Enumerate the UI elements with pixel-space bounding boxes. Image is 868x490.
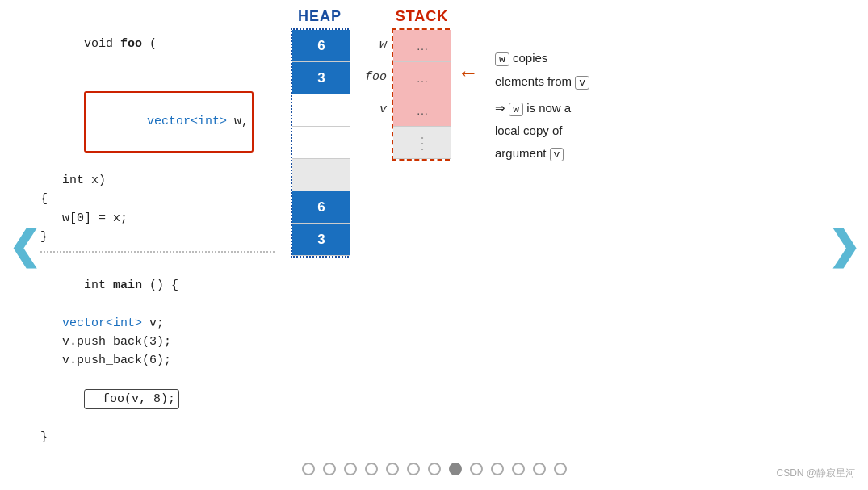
dot-12[interactable]: [533, 463, 546, 475]
param-w: w,: [227, 115, 249, 128]
dot-5[interactable]: [386, 463, 399, 475]
stack-cells: … … … ⋮: [392, 28, 450, 161]
code-line-12: }: [40, 428, 275, 446]
dot-9[interactable]: [470, 463, 483, 475]
code-line-6: }: [40, 228, 275, 246]
code-line-1: void foo (: [40, 16, 275, 73]
argument-text: argument: [495, 146, 550, 160]
next-button[interactable]: ❯: [828, 223, 860, 268]
code-line-3: int x): [40, 171, 275, 190]
heap-label: HEAP: [298, 8, 342, 25]
explanation-line-4: local copy of: [495, 121, 589, 140]
stack-cell-foo: …: [393, 62, 451, 94]
code-line-4: {: [40, 190, 275, 208]
main-sig: () {: [142, 279, 178, 292]
vector-type: vector<int>: [147, 115, 227, 128]
dot-11[interactable]: [512, 463, 525, 475]
arrow-symbol: ⇒: [495, 101, 509, 115]
heap-cell-0: 6: [292, 30, 350, 62]
heap-cell-4: [292, 159, 350, 191]
slide-dots: [302, 463, 567, 475]
copies-text: copies: [513, 51, 547, 65]
dot-2[interactable]: [323, 463, 336, 475]
dot-4[interactable]: [365, 463, 378, 475]
explanation-line-3: ⇒ w is now a: [495, 98, 589, 119]
w-code-1: w: [495, 52, 509, 66]
int-keyword: int: [84, 279, 113, 292]
watermark: CSDN @静寂星河: [776, 467, 855, 480]
dot-3[interactable]: [344, 463, 357, 475]
v-code-2: v: [550, 148, 564, 161]
dot-13[interactable]: [554, 463, 567, 475]
dot-8[interactable]: [449, 463, 462, 475]
local-copy-text: local copy of: [495, 124, 562, 137]
w-code-2: w: [509, 103, 523, 116]
stack-row-labels: w foo v: [365, 28, 387, 157]
code-line-8: vector<int> v;: [40, 314, 275, 333]
code-line-7: int main () {: [40, 258, 275, 314]
foo-call-highlight: foo(v, 8);: [84, 389, 179, 409]
code-divider: [40, 251, 275, 253]
stack-cell-v: …: [393, 94, 451, 127]
stack-cell-w: …: [393, 30, 451, 62]
is-now-text: is now a: [526, 101, 571, 115]
vector-param-highlight: vector<int> w,: [84, 91, 254, 153]
heap-cell-5: 6: [292, 191, 350, 224]
stack-with-arrow: STACK w foo v … … … ⋮ ←: [365, 8, 479, 161]
dot-7[interactable]: [428, 463, 441, 475]
explanation-line-2: elements from v: [495, 72, 589, 92]
main-content: void foo ( vector<int> w, int x) { w[0] …: [40, 8, 828, 442]
heap-cell-1: 3: [292, 62, 350, 94]
v-code-1: v: [575, 76, 589, 90]
stack-label-foo: foo: [365, 61, 387, 93]
code-line-10: v.push_back(6);: [40, 351, 275, 370]
dot-1[interactable]: [302, 463, 315, 475]
heap-cell-6: 3: [292, 224, 350, 256]
heap-cells: 6 3 6 3: [291, 28, 349, 258]
explanation-line-5: argument v: [495, 144, 589, 164]
stack-label-w: w: [379, 28, 387, 61]
stack-label-v: v: [379, 93, 387, 125]
stack-with-labels: w foo v … … … ⋮ ←: [365, 28, 479, 161]
explanation-line-1: w copies: [495, 48, 589, 69]
code-line-5: w[0] = x;: [40, 209, 275, 228]
heap-section: HEAP 6 3 6 3: [291, 8, 349, 258]
vector-v-type: vector<int>: [62, 316, 142, 330]
code-line-11: foo(v, 8);: [40, 371, 275, 429]
explanation-panel: w copies elements from v ⇒ w is now a lo…: [495, 48, 589, 167]
elements-from-text: elements from: [495, 74, 575, 88]
code-paren: (: [142, 37, 157, 51]
code-panel: void foo ( vector<int> w, int x) { w[0] …: [40, 8, 275, 447]
heap-cell-3: [292, 127, 350, 159]
code-line-9: v.push_back(3);: [40, 333, 275, 351]
prev-button[interactable]: ❮: [8, 223, 40, 268]
int-type: int x): [62, 174, 106, 187]
stack-cell-bottom: ⋮: [393, 127, 451, 159]
dot-6[interactable]: [407, 463, 420, 475]
right-section: STACK w foo v … … … ⋮ ←: [365, 8, 828, 167]
code-line-2: vector<int> w,: [40, 73, 275, 171]
foo-funcname: foo: [120, 37, 142, 51]
main-funcname: main: [113, 279, 142, 292]
void-keyword: void: [84, 37, 120, 51]
stack-arrow: ←: [458, 61, 479, 86]
stack-label: STACK: [396, 8, 449, 25]
heap-cell-2: [292, 94, 350, 127]
dot-10[interactable]: [491, 463, 504, 475]
